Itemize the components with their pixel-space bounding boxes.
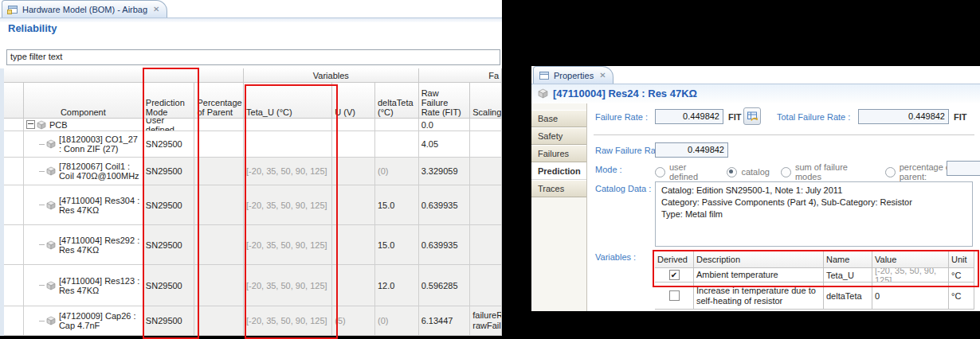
raw-failure-rate-cell[interactable]: 4.05	[419, 131, 471, 158]
recalculate-button[interactable]	[743, 107, 761, 125]
u-cell[interactable]	[332, 225, 375, 265]
delta-teta-cell[interactable]: 12.0	[375, 265, 419, 306]
u-cell[interactable]	[332, 119, 375, 131]
column-header-teta-u-c-[interactable]: Teta_U (°C)	[244, 83, 332, 119]
table-row[interactable]: [47110004] Res123 : Res 47KΩSN29500[-20,…	[4, 265, 502, 306]
component-cell[interactable]: [47110004] Res123 : Res 47KΩ	[24, 265, 143, 306]
teta-u-cell[interactable]: [-20, 35, 50, 90, 125]	[244, 158, 332, 185]
teta-u-cell[interactable]: [-20, 35, 50, 90, 125]	[244, 265, 332, 306]
teta-u-cell[interactable]	[244, 119, 332, 131]
raw-failure-rate-field[interactable]: 0.449842	[655, 142, 728, 158]
scaling-cell[interactable]	[470, 185, 502, 225]
scaling-cell[interactable]	[470, 119, 502, 131]
component-cell[interactable]: [18120003] CO1_27 : Conn ZIF (27)	[24, 131, 143, 158]
delta-teta-cell[interactable]: (0)	[375, 158, 419, 185]
teta-u-cell[interactable]	[244, 131, 332, 158]
tab-prediction[interactable]: Prediction	[531, 162, 586, 180]
radio-icon[interactable]	[885, 167, 896, 177]
raw-failure-rate-cell[interactable]: 6.13447	[419, 306, 471, 336]
percentage-cell[interactable]	[194, 131, 244, 158]
radio-icon[interactable]	[727, 167, 737, 177]
raw-failure-rate-cell[interactable]: 0.0	[419, 119, 471, 131]
radio-icon[interactable]	[781, 167, 791, 177]
total-failure-rate-field[interactable]: 0.449842	[858, 109, 949, 124]
component-cell[interactable]: [47110004] Res304 : Res 47KΩ	[24, 185, 143, 225]
component-cell[interactable]: [47110004] Res292 : Res 47KΩ	[24, 225, 143, 265]
percentage-cell[interactable]	[194, 225, 244, 265]
component-cell[interactable]: [78120067] Coil1 : Coil 470Ω@100MHz	[24, 158, 143, 185]
delta-teta-cell[interactable]: 15.0	[375, 185, 419, 225]
percentage-cell[interactable]	[194, 185, 244, 225]
u-cell[interactable]	[332, 185, 375, 225]
scaling-cell[interactable]: failureR rawFail	[470, 306, 502, 336]
table-row[interactable]: [78120067] Coil1 : Coil 470Ω@100MHzSN295…	[4, 158, 502, 185]
radio-icon[interactable]	[655, 167, 665, 177]
u-cell[interactable]	[332, 158, 375, 185]
column-header-raw-failure-rate-fit-[interactable]: Raw Failure Rate (FIT)	[419, 83, 471, 119]
table-row[interactable]: [47120009] Cap26 : Cap 4.7nFSN29500[-20,…	[4, 306, 502, 336]
prediction-mode-cell[interactable]: SN29500	[143, 158, 195, 185]
close-icon[interactable]: ✕	[599, 71, 606, 80]
percentage-cell[interactable]	[194, 265, 244, 306]
tab-hardware-model-bom-airbag[interactable]: Hardware Model (BOM) - Airbag ✕	[2, 0, 167, 18]
prediction-mode-cell[interactable]: SN29500	[143, 225, 195, 265]
derived-cell[interactable]: ✔	[655, 268, 694, 282]
scaling-cell[interactable]	[470, 225, 502, 265]
raw-failure-rate-cell[interactable]: 3.329059	[419, 158, 471, 185]
teta-u-cell[interactable]: [-20, 35, 50, 90, 125]	[244, 185, 332, 225]
u-cell[interactable]: (5)	[332, 306, 375, 336]
raw-failure-rate-cell[interactable]: 0.639935	[419, 225, 471, 265]
close-icon[interactable]: ✕	[153, 5, 159, 14]
var-column-header-unit[interactable]: Unit	[949, 251, 974, 268]
prediction-mode-cell[interactable]: SN29500	[143, 265, 195, 306]
mode-option-user-defined[interactable]: user defined	[655, 162, 715, 181]
var-column-header-derived[interactable]: Derived	[655, 251, 694, 268]
percentage-cell[interactable]	[194, 306, 244, 336]
column-header-scaling[interactable]: Scaling	[470, 83, 502, 119]
component-cell[interactable]: PCB	[24, 119, 143, 131]
checkbox-unchecked-icon[interactable]	[669, 290, 680, 301]
table-row[interactable]: [47110004] Res304 : Res 47KΩSN29500[-20,…	[4, 185, 502, 225]
var-column-header-description[interactable]: Description	[694, 251, 824, 268]
var-column-header-name[interactable]: Name	[824, 251, 872, 268]
column-header-percentage-of-parent[interactable]: Percentage of Parent	[194, 83, 244, 119]
percentage-cell[interactable]	[194, 119, 244, 131]
delta-teta-cell[interactable]: (0)	[375, 306, 419, 336]
tab-base[interactable]: Base	[531, 110, 586, 127]
tab-failures[interactable]: Failures	[531, 145, 586, 162]
column-header-deltateta-c-[interactable]: deltaTeta (°C)	[375, 83, 419, 119]
derived-cell[interactable]	[655, 282, 694, 310]
column-header-prediction-mode[interactable]: Prediction Mode	[143, 83, 195, 119]
tab-traces[interactable]: Traces	[531, 180, 586, 197]
failure-rate-field[interactable]: 0.449842	[655, 109, 723, 124]
scaling-cell[interactable]	[470, 265, 502, 306]
percentage-cell[interactable]	[194, 158, 244, 185]
prediction-mode-cell[interactable]: User defined	[143, 119, 195, 131]
variable-row[interactable]: Increase in temperature due to self-heat…	[655, 282, 974, 310]
component-cell[interactable]: [47120009] Cap26 : Cap 4.7nF	[24, 306, 143, 336]
teta-u-cell[interactable]: [-20, 35, 50, 90, 125]	[244, 225, 332, 265]
scaling-cell[interactable]	[470, 158, 502, 185]
prediction-mode-cell[interactable]: SN29500	[143, 185, 195, 225]
raw-failure-rate-cell[interactable]: 0.596285	[419, 265, 471, 306]
var-column-header-value[interactable]: Value	[872, 251, 949, 268]
scaling-cell[interactable]	[470, 131, 502, 158]
percentage-of-parent-field[interactable]	[947, 161, 980, 176]
tab-properties[interactable]: Properties ✕	[533, 66, 613, 84]
collapse-icon[interactable]	[26, 120, 35, 129]
u-cell[interactable]	[332, 265, 375, 306]
table-row[interactable]: [18120003] CO1_27 : Conn ZIF (27)SN29500…	[4, 131, 502, 158]
delta-teta-cell[interactable]	[375, 119, 419, 131]
u-cell[interactable]	[332, 131, 375, 158]
delta-teta-cell[interactable]	[375, 131, 419, 158]
mode-option-catalog[interactable]: catalog	[727, 167, 769, 177]
column-header-component[interactable]: Component	[24, 83, 143, 119]
checkbox-checked-icon[interactable]: ✔	[669, 270, 680, 280]
variable-row[interactable]: ✔Ambient temperatureTeta_U[-20, 35, 50, …	[655, 268, 974, 282]
tab-safety[interactable]: Safety	[531, 127, 586, 145]
raw-failure-rate-cell[interactable]: 0.639935	[419, 185, 471, 225]
table-row[interactable]: [47110004] Res292 : Res 47KΩSN29500[-20,…	[4, 225, 502, 265]
mode-option-sum-of-failure-modes[interactable]: sum of failure modes	[781, 162, 874, 181]
delta-teta-cell[interactable]: 15.0	[375, 225, 419, 265]
filter-input[interactable]: type filter text	[6, 49, 500, 65]
